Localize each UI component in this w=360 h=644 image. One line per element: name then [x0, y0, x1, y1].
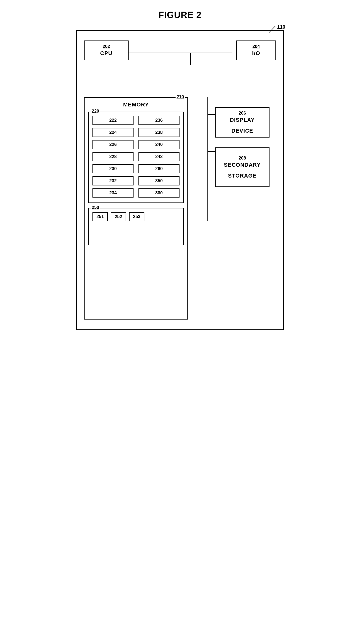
- modules-grid: 222 236 224 238 226 240 228 242 230 260 …: [92, 116, 179, 198]
- memory-bottom-space: [88, 245, 184, 275]
- module-240: 240: [138, 140, 179, 149]
- sub-ref: 250: [91, 205, 100, 210]
- io-ref: 204: [242, 44, 270, 49]
- sub-box-empty-space: [92, 221, 179, 241]
- ref-110: 110: [277, 24, 285, 30]
- sub-items-row: 251 252 253: [92, 212, 179, 221]
- secondary-label-1: SECONDARY: [224, 162, 261, 168]
- memory-label: MEMORY: [88, 102, 184, 108]
- sub-box-250: 250 251 252 253: [88, 208, 184, 245]
- display-label-2: DEVICE: [231, 128, 253, 134]
- module-228: 228: [92, 152, 133, 161]
- cpu-box: 202 CPU: [84, 40, 129, 60]
- display-label-1: DISPLAY: [230, 117, 255, 123]
- module-226: 226: [92, 140, 133, 149]
- memory-ref: 210: [175, 94, 185, 100]
- cpu-ref: 202: [90, 44, 123, 49]
- sub-item-251: 251: [92, 212, 108, 221]
- module-222: 222: [92, 116, 133, 125]
- display-ref: 206: [239, 111, 246, 116]
- memory-box: 210 MEMORY 220 222 236 224 238 226 240 2…: [84, 97, 188, 320]
- module-350: 350: [138, 176, 179, 186]
- page-container: FIGURE 2 110 202 CPU 204 I/O: [69, 10, 291, 330]
- main-diagram-box: 110 202 CPU 204 I/O: [76, 30, 284, 330]
- module-242: 242: [138, 152, 179, 161]
- io-box: 204 I/O: [236, 40, 276, 60]
- secondary-ref: 208: [239, 156, 246, 161]
- display-device-box: 206 DISPLAY DEVICE: [215, 107, 270, 138]
- module-260: 260: [138, 164, 179, 173]
- svg-line-0: [269, 26, 275, 32]
- module-234: 234: [92, 188, 133, 198]
- module-236: 236: [138, 116, 179, 125]
- module-230: 230: [92, 164, 133, 173]
- middle-section: 210 MEMORY 220 222 236 224 238 226 240 2…: [84, 97, 276, 320]
- io-label: I/O: [252, 50, 260, 56]
- module-232: 232: [92, 176, 133, 186]
- sub-item-253: 253: [129, 212, 144, 221]
- ref-110-leader: [267, 26, 276, 33]
- secondary-storage-box: 208 SECONDARY STORAGE: [215, 148, 270, 187]
- top-row: 202 CPU 204 I/O: [84, 40, 276, 90]
- modules-ref: 220: [91, 109, 100, 114]
- modules-box: 220 222 236 224 238 226 240 228 242 230 …: [88, 112, 184, 203]
- figure-title: FIGURE 2: [158, 10, 202, 20]
- module-224: 224: [92, 128, 133, 137]
- module-238: 238: [138, 128, 179, 137]
- right-column: 206 DISPLAY DEVICE 208 SECONDARY STORAGE: [195, 97, 276, 187]
- module-360: 360: [138, 188, 179, 198]
- sub-item-252: 252: [111, 212, 126, 221]
- secondary-label-2: STORAGE: [228, 172, 256, 179]
- cpu-label: CPU: [100, 50, 112, 56]
- top-row-spacer: [84, 65, 276, 90]
